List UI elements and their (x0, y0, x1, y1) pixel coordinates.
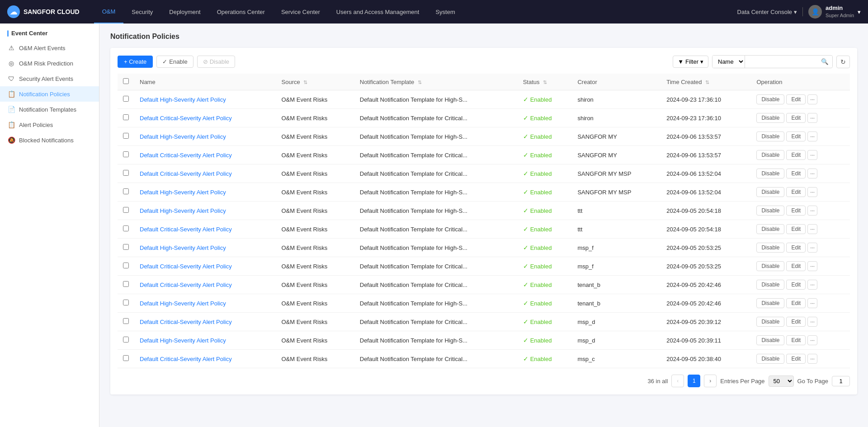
more-row-button[interactable]: ··· (807, 131, 817, 141)
row-checkbox[interactable] (123, 337, 129, 343)
row-checkbox[interactable] (123, 300, 129, 305)
row-checkbox[interactable] (123, 318, 129, 324)
edit-row-button[interactable]: Edit (786, 298, 806, 308)
select-all-checkbox[interactable] (123, 78, 129, 84)
more-row-button[interactable]: ··· (807, 317, 817, 327)
disable-row-button[interactable]: Disable (756, 317, 784, 327)
disable-row-button[interactable]: Disable (756, 298, 784, 308)
disable-row-button[interactable]: Disable (756, 280, 784, 290)
more-row-button[interactable]: ··· (807, 169, 817, 178)
more-row-button[interactable]: ··· (807, 354, 817, 364)
edit-row-button[interactable]: Edit (786, 354, 806, 364)
refresh-button[interactable]: ↻ (836, 56, 850, 68)
edit-row-button[interactable]: Edit (786, 187, 806, 197)
row-name-link[interactable]: Default High-Severity Alert Policy (140, 337, 226, 344)
disable-row-button[interactable]: Disable (756, 94, 784, 104)
row-checkbox[interactable] (123, 114, 129, 120)
more-row-button[interactable]: ··· (807, 113, 817, 123)
disable-row-button[interactable]: Disable (756, 169, 784, 178)
row-checkbox[interactable] (123, 263, 129, 268)
prev-page-button[interactable]: ‹ (671, 375, 684, 387)
more-row-button[interactable]: ··· (807, 206, 817, 216)
search-input[interactable] (745, 56, 817, 67)
edit-row-button[interactable]: Edit (786, 94, 806, 104)
page-1-button[interactable]: 1 (688, 375, 700, 387)
nav-item-system[interactable]: System (427, 0, 463, 23)
disable-row-button[interactable]: Disable (756, 187, 784, 197)
edit-row-button[interactable]: Edit (786, 335, 806, 345)
edit-row-button[interactable]: Edit (786, 280, 806, 290)
row-name-link[interactable]: Default High-Severity Alert Policy (140, 300, 226, 307)
nav-item-service[interactable]: Service Center (273, 0, 328, 23)
row-checkbox[interactable] (123, 133, 129, 139)
create-button[interactable]: + Create (118, 56, 153, 68)
row-name-link[interactable]: Default High-Severity Alert Policy (140, 207, 226, 214)
more-row-button[interactable]: ··· (807, 280, 817, 290)
edit-row-button[interactable]: Edit (786, 243, 806, 253)
row-checkbox[interactable] (123, 170, 129, 176)
row-name-link[interactable]: Default Critical-Severity Alert Policy (140, 115, 232, 122)
row-name-link[interactable]: Default Critical-Severity Alert Policy (140, 170, 232, 177)
row-name-link[interactable]: Default High-Severity Alert Policy (140, 189, 226, 196)
sidebar-item-notification-templates[interactable]: 📄 Notification Templates (0, 102, 99, 117)
disable-row-button[interactable]: Disable (756, 224, 784, 234)
more-row-button[interactable]: ··· (807, 243, 817, 253)
edit-row-button[interactable]: Edit (786, 113, 806, 123)
row-checkbox[interactable] (123, 96, 129, 102)
edit-row-button[interactable]: Edit (786, 317, 806, 327)
row-name-link[interactable]: Default Critical-Severity Alert Policy (140, 356, 232, 362)
more-row-button[interactable]: ··· (807, 335, 817, 345)
edit-row-button[interactable]: Edit (786, 206, 806, 216)
more-row-button[interactable]: ··· (807, 261, 817, 271)
row-name-link[interactable]: Default Critical-Severity Alert Policy (140, 152, 232, 159)
edit-row-button[interactable]: Edit (786, 169, 806, 178)
edit-row-button[interactable]: Edit (786, 224, 806, 234)
nav-item-operations[interactable]: Operations Center (209, 0, 273, 23)
edit-row-button[interactable]: Edit (786, 261, 806, 271)
disable-row-button[interactable]: Disable (756, 354, 784, 364)
row-checkbox[interactable] (123, 225, 129, 231)
more-row-button[interactable]: ··· (807, 224, 817, 234)
more-row-button[interactable]: ··· (807, 150, 817, 160)
more-row-button[interactable]: ··· (807, 298, 817, 308)
edit-row-button[interactable]: Edit (786, 131, 806, 141)
row-name-link[interactable]: Default High-Severity Alert Policy (140, 96, 226, 103)
row-checkbox[interactable] (123, 281, 129, 287)
nav-item-om[interactable]: O&M (94, 0, 124, 23)
row-name-link[interactable]: Default High-Severity Alert Policy (140, 133, 226, 140)
nav-item-security[interactable]: Security (123, 0, 161, 23)
sidebar-item-alert-policies[interactable]: 📋 Alert Policies (0, 117, 99, 132)
enable-button[interactable]: ✓ Enable (156, 56, 193, 68)
disable-row-button[interactable]: Disable (756, 150, 784, 160)
disable-row-button[interactable]: Disable (756, 113, 784, 123)
sidebar-item-blocked[interactable]: 🔕 Blocked Notifications (0, 132, 99, 148)
row-name-link[interactable]: Default Critical-Severity Alert Policy (140, 319, 232, 325)
row-checkbox[interactable] (123, 244, 129, 250)
admin-info[interactable]: 👤 admin Super Admin ▾ (808, 5, 861, 19)
more-row-button[interactable]: ··· (807, 94, 817, 104)
search-button[interactable]: 🔍 (817, 56, 832, 67)
disable-row-button[interactable]: Disable (756, 206, 784, 216)
search-select[interactable]: Name (712, 56, 745, 68)
disable-row-button[interactable]: Disable (756, 243, 784, 253)
edit-row-button[interactable]: Edit (786, 150, 806, 160)
more-row-button[interactable]: ··· (807, 187, 817, 197)
row-checkbox[interactable] (123, 188, 129, 194)
row-checkbox[interactable] (123, 151, 129, 157)
logo[interactable]: ☁ SANGFOR CLOUD (7, 5, 80, 18)
filter-button[interactable]: ▼ Filter ▾ (673, 56, 708, 68)
row-checkbox[interactable] (123, 355, 129, 361)
nav-item-users[interactable]: Users and Access Management (328, 0, 428, 23)
sidebar-item-notification-policies[interactable]: 📋 Notification Policies (0, 86, 99, 102)
per-page-select[interactable]: 50 100 200 (769, 375, 794, 387)
console-button[interactable]: Data Center Console ▾ (737, 9, 797, 15)
sidebar-item-om-alert[interactable]: ⚠ O&M Alert Events (0, 40, 99, 56)
row-checkbox[interactable] (123, 207, 129, 213)
disable-row-button[interactable]: Disable (756, 131, 784, 141)
sidebar-item-security-alert[interactable]: 🛡 Security Alert Events (0, 71, 99, 86)
disable-button[interactable]: ⊘ Disable (197, 56, 235, 68)
row-name-link[interactable]: Default Critical-Severity Alert Policy (140, 282, 232, 288)
row-name-link[interactable]: Default High-Severity Alert Policy (140, 244, 226, 251)
go-to-input[interactable] (832, 376, 850, 386)
next-page-button[interactable]: › (704, 375, 717, 387)
